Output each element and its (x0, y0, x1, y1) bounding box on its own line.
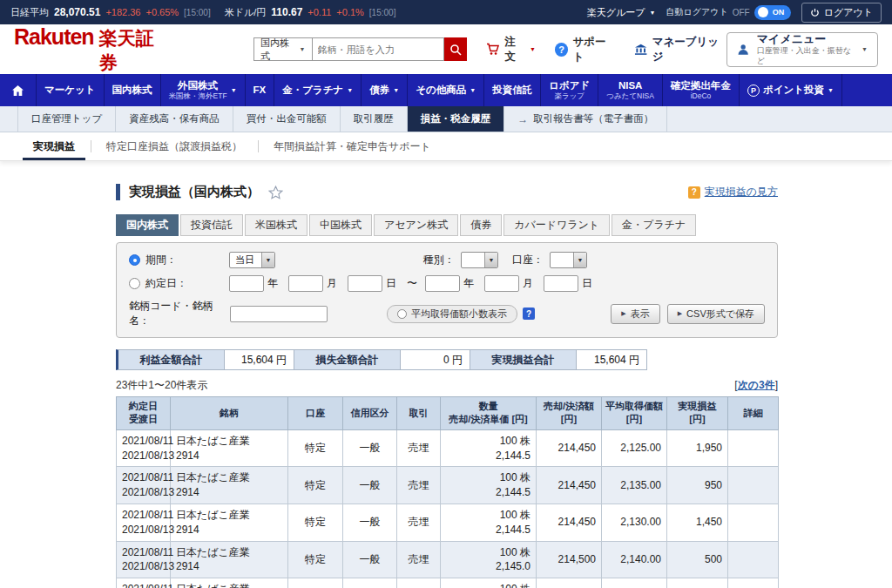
settlement-amount: 215,000 (537, 578, 602, 588)
home-nav-item[interactable] (0, 74, 37, 106)
main-nav-item[interactable]: ロボアド楽ラップ (541, 74, 598, 106)
search-button[interactable] (444, 37, 468, 61)
avg-price-help-icon[interactable]: ? (523, 308, 535, 320)
main-nav-item[interactable]: FX (246, 74, 275, 106)
stock-code: 2914 (176, 449, 282, 463)
main-nav-item[interactable]: 国内株式 (105, 74, 161, 106)
trade-date: 2021/08/11 (122, 434, 165, 449)
column-header: 約定日受渡日 (117, 397, 171, 430)
trade-date: 2021/08/11 (122, 470, 165, 485)
to-month-input[interactable] (484, 275, 519, 292)
section-tab[interactable]: 実現損益 (17, 132, 91, 160)
main-nav-item[interactable]: 金・プラチナ▼ (274, 74, 362, 106)
main-nav-item[interactable]: マーケット (37, 74, 105, 106)
order-label: 注文 (504, 35, 525, 64)
period-radio[interactable] (129, 254, 140, 266)
table-header-row: 約定日受渡日銘柄口座信用区分取引数量売却/決済単価 [円]売却/決済額[円]平均… (117, 397, 779, 430)
main-nav-item[interactable]: 投資信託 (484, 74, 541, 106)
logout-button[interactable]: ログアウト (801, 3, 882, 23)
section-tab[interactable]: 年間損益計算・確定申告サポート (258, 132, 447, 160)
rakuten-securities-logo[interactable]: Rakuten 楽天証券 (14, 24, 166, 75)
stock-name: 日本たばこ産業 (176, 434, 282, 449)
sub-nav-item[interactable]: 口座管理トップ (17, 106, 116, 132)
auto-logout-toggle[interactable]: ON (754, 5, 791, 20)
detail-cell (728, 541, 779, 578)
to-year-input[interactable] (425, 275, 460, 292)
main-nav-item[interactable]: 確定拠出年金iDeCo (663, 74, 740, 106)
trade-date: 2021/08/11 (122, 545, 165, 560)
help-question-icon[interactable]: ? (688, 186, 700, 199)
stock-code: 2914 (176, 523, 282, 537)
from-day-input[interactable] (348, 275, 382, 292)
my-menu-button[interactable]: マイメニュー 口座管理・入出金・振替など ▼ (726, 32, 878, 67)
chevron-down-icon: ▼ (261, 253, 274, 267)
support-label: サポート (572, 35, 615, 64)
main-nav-item-label: 投資信託 (492, 84, 532, 97)
type-label: 種別： (423, 253, 455, 267)
nikkei-time: [15:00] (184, 8, 211, 17)
settle-date: 2021/08/13 (122, 559, 165, 574)
product-tab[interactable]: 米国株式 (245, 214, 307, 236)
from-year-input[interactable] (229, 275, 264, 292)
product-tab[interactable]: 債券 (460, 214, 502, 236)
main-nav-item[interactable]: 外国株式米国株・海外ETF▼ (161, 74, 246, 106)
sub-nav-item-label: 資産残高・保有商品 (129, 112, 220, 125)
filter-panel: 期間： 当日 ▼ 種別： ▼ 口座： ▼ 約定日： 年 月 (116, 242, 778, 338)
symbol-label: 銘柄コード・銘柄名： (129, 299, 230, 328)
account-label: 口座： (512, 253, 544, 267)
section-tab[interactable]: 特定口座損益（譲渡損益税） (91, 132, 258, 160)
main-nav-item[interactable]: 債券▼ (362, 74, 408, 106)
column-header: 数量売却/決済単価 [円] (441, 397, 537, 430)
realized-pl-guide-link[interactable]: 実現損益の見方 (705, 185, 778, 199)
type-select[interactable]: ▼ (461, 252, 498, 268)
main-nav-item-label: ロボアド (549, 80, 590, 92)
main-nav-item-label: 金・プラチナ (282, 84, 343, 97)
from-month-input[interactable] (288, 275, 323, 292)
main-nav-item-sublabel: つみたてNISA (606, 91, 654, 100)
trade-date-radio[interactable] (129, 278, 140, 289)
trade-type: 売埋 (397, 429, 441, 467)
trade-type: 売埋 (397, 504, 441, 541)
nikkei-change: +182.36 (105, 7, 140, 17)
main-nav-item[interactable]: NISAつみたてNISA (598, 74, 663, 106)
next-page-link[interactable]: 次の3件 (738, 379, 775, 391)
sub-nav-item[interactable]: 取引履歴 (341, 106, 408, 132)
avg-price-decimal-option[interactable]: 平均取得価額小数表示 (387, 305, 517, 323)
chevron-down-icon: ▼ (470, 87, 476, 93)
auto-logout-off-label: OFF (733, 8, 750, 17)
table-row: 2021/08/112021/08/13日本たばこ産業2914特定一般売埋100… (117, 504, 779, 541)
avg-price-decimal-radio[interactable] (397, 309, 407, 319)
product-tab[interactable]: 中国株式 (309, 214, 372, 236)
account-select[interactable]: ▼ (550, 252, 587, 268)
main-nav-item[interactable]: その他商品▼ (408, 74, 484, 106)
show-button[interactable]: ▶ 表示 (611, 304, 659, 324)
to-day-input[interactable] (544, 275, 578, 292)
sub-nav-item[interactable]: →取引報告書等（電子書面） (504, 106, 667, 132)
favorite-star-icon[interactable] (268, 186, 283, 199)
symbol-input[interactable] (230, 306, 328, 322)
search-input[interactable] (312, 37, 444, 61)
month-unit-label: 月 (327, 276, 337, 291)
support-question-icon: ? (555, 43, 568, 57)
rakuten-group-menu[interactable]: 楽天グループ ▼ (587, 6, 656, 19)
nikkei-change-pct: +0.65% (145, 7, 179, 17)
product-tab[interactable]: アセアン株式 (374, 214, 458, 236)
sub-nav-item[interactable]: 買付・出金可能額 (233, 106, 341, 132)
csv-save-button[interactable]: ▶ CSV形式で保存 (667, 304, 765, 324)
sub-nav-item[interactable]: 資産残高・保有商品 (116, 106, 233, 132)
order-menu[interactable]: 注文 ▼ (486, 35, 536, 64)
year-unit-label: 年 (463, 276, 474, 291)
support-menu[interactable]: ? サポート (555, 35, 615, 64)
main-nav-item[interactable]: Pポイント投資▼ (740, 74, 842, 106)
product-tab[interactable]: 国内株式 (116, 214, 179, 236)
product-tab[interactable]: 金・プラチナ (612, 214, 696, 236)
search-category-select[interactable]: 国内株式 ▼ (253, 37, 312, 61)
period-select[interactable]: 当日 ▼ (229, 252, 275, 268)
product-tab[interactable]: カバードワラント (503, 214, 610, 236)
chevron-down-icon: ▼ (231, 87, 237, 93)
moneybridge-menu[interactable]: マネーブリッジ (634, 35, 726, 64)
sub-nav-item[interactable]: 損益・税金履歴 (408, 106, 505, 132)
loss-total-value: 0 円 (401, 350, 470, 369)
main-nav-item-label: 確定拠出年金 (671, 80, 731, 92)
product-tab[interactable]: 投資信託 (180, 214, 243, 236)
